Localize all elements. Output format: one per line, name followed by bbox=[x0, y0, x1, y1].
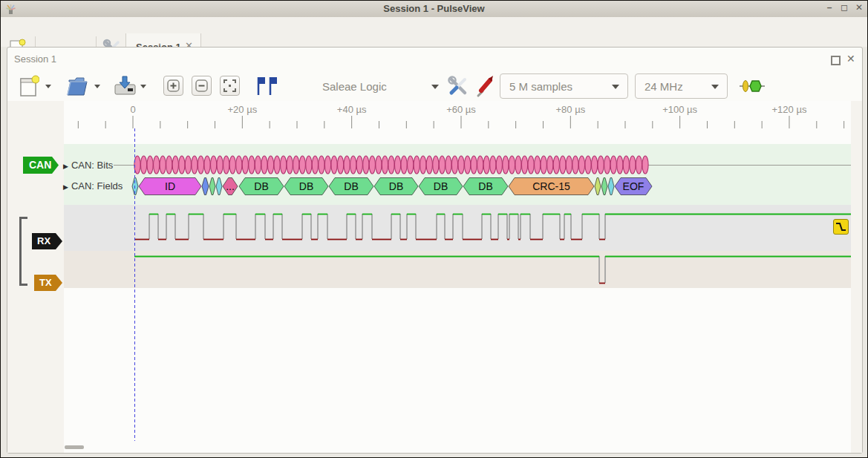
zoom-in-button[interactable] bbox=[163, 76, 183, 96]
main-toolbar: Run Session 1 ✕ bbox=[1, 17, 867, 47]
save-button[interactable] bbox=[114, 74, 137, 99]
probe-icon bbox=[474, 74, 496, 98]
zoom-fit-icon bbox=[223, 79, 236, 92]
device-name: Saleae Logic bbox=[322, 80, 387, 93]
decoder-tag-can[interactable]: CAN bbox=[23, 157, 59, 174]
trace-plot-area bbox=[64, 101, 851, 453]
new-file-dropdown-arrow[interactable] bbox=[45, 85, 51, 88]
device-dropdown-arrow bbox=[431, 85, 439, 89]
save-dropdown-arrow[interactable] bbox=[140, 85, 146, 88]
sample-count-select[interactable]: 5 M samples bbox=[500, 73, 628, 99]
trigger-marker-icon[interactable] bbox=[833, 219, 849, 235]
window-title: Session 1 - PulseView bbox=[1, 3, 867, 14]
add-decoder-button[interactable] bbox=[740, 79, 765, 96]
maximize-button[interactable]: ◻ bbox=[838, 2, 850, 13]
subwindow-restore-icon[interactable] bbox=[831, 56, 841, 65]
decoder-icon bbox=[740, 79, 765, 93]
horizontal-scrollbar-thumb[interactable] bbox=[65, 445, 84, 449]
open-file-button[interactable] bbox=[66, 74, 90, 99]
pulseview-window: Session 1 - PulseView – ◻ ✕ Run Se bbox=[0, 0, 868, 458]
timeline-ruler[interactable] bbox=[64, 101, 851, 131]
sample-rate-dropdown-arrow bbox=[711, 85, 719, 89]
decoder-row-label-bits: ▶CAN: Bits bbox=[63, 160, 113, 171]
channels-button[interactable] bbox=[474, 74, 496, 101]
new-file-icon bbox=[19, 75, 39, 97]
zoom-in-icon bbox=[167, 79, 180, 92]
sample-count-value: 5 M samples bbox=[509, 80, 572, 93]
sample-rate-select[interactable]: 24 MHz bbox=[635, 73, 728, 99]
device-selector[interactable]: Saleae Logic bbox=[320, 73, 446, 99]
open-folder-icon bbox=[66, 74, 90, 96]
right-margin bbox=[851, 101, 862, 453]
open-file-dropdown-arrow[interactable] bbox=[94, 85, 100, 88]
title-bar: Session 1 - PulseView – ◻ ✕ bbox=[1, 1, 867, 18]
channel-group-bracket bbox=[19, 217, 27, 286]
close-button[interactable]: ✕ bbox=[853, 2, 865, 13]
falling-edge-icon bbox=[834, 220, 848, 234]
flags-icon bbox=[253, 76, 277, 96]
subwindow-title: Session 1 bbox=[14, 53, 56, 65]
expand-arrow-icon[interactable]: ▶ bbox=[63, 183, 68, 191]
new-file-button[interactable] bbox=[19, 75, 39, 100]
zoom-out-icon bbox=[195, 79, 208, 92]
save-icon bbox=[114, 74, 137, 96]
wrench-screwdriver-icon bbox=[448, 76, 469, 96]
zoom-fit-button[interactable] bbox=[220, 76, 240, 96]
sample-count-dropdown-arrow bbox=[612, 85, 619, 89]
decoder-row-label-fields: ▶CAN: Fields bbox=[63, 180, 123, 192]
configure-device-button[interactable] bbox=[448, 76, 469, 99]
sample-rate-value: 24 MHz bbox=[645, 80, 683, 93]
minimize-button[interactable]: – bbox=[823, 2, 835, 13]
subwindow-close-icon[interactable]: ✕ bbox=[846, 53, 855, 65]
zoom-out-button[interactable] bbox=[192, 76, 212, 96]
expand-arrow-icon[interactable]: ▶ bbox=[63, 163, 68, 170]
show-cursors-button[interactable] bbox=[253, 76, 277, 99]
